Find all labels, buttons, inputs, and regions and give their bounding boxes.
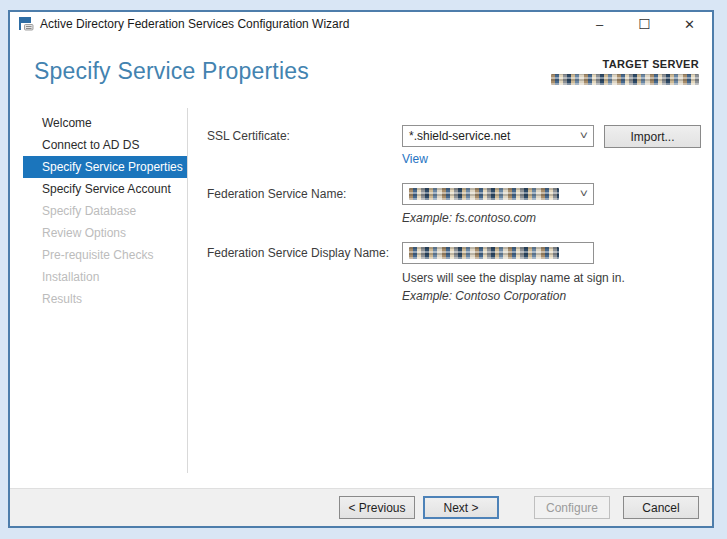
next-button[interactable]: Next >: [423, 496, 499, 519]
previous-button[interactable]: < Previous: [339, 496, 415, 519]
target-server-value-redacted: [551, 74, 699, 85]
target-server-block: TARGET SERVER: [551, 58, 699, 89]
view-certificate-link[interactable]: View: [402, 152, 428, 166]
federation-service-display-name-label: Federation Service Display Name:: [207, 242, 389, 264]
chevron-down-icon: ˅: [580, 131, 588, 141]
chevron-down-icon: ˅: [580, 189, 588, 199]
federation-service-name-label: Federation Service Name:: [207, 183, 346, 205]
federation-service-name-dropdown[interactable]: ˅: [402, 183, 594, 205]
step-review-options: Review Options: [23, 222, 187, 244]
window-controls: – ☐ ✕: [577, 12, 712, 36]
page-title: Specify Service Properties: [34, 58, 309, 85]
federation-service-display-name-input[interactable]: [402, 242, 594, 264]
federation-service-name-value-redacted: [409, 188, 559, 200]
federation-service-name-example: Example: fs.contoso.com: [402, 211, 536, 225]
configure-button: Configure: [534, 496, 610, 519]
step-pre-requisite-checks: Pre-requisite Checks: [23, 244, 187, 266]
wizard-footer: < Previous Next > Configure Cancel: [10, 488, 712, 526]
ssl-certificate-label: SSL Certificate:: [207, 125, 290, 147]
display-name-hint: Users will see the display name at sign …: [402, 271, 625, 285]
step-connect-to-ad-ds[interactable]: Connect to AD DS: [23, 134, 187, 156]
wizard-header: Specify Service Properties TARGET SERVER: [10, 36, 712, 108]
step-installation: Installation: [23, 266, 187, 288]
title-bar: Active Directory Federation Services Con…: [10, 12, 712, 36]
step-specify-service-account[interactable]: Specify Service Account: [23, 178, 187, 200]
wizard-step-list: Welcome Connect to AD DS Specify Service…: [23, 108, 187, 310]
target-server-label: TARGET SERVER: [551, 58, 699, 70]
step-specify-service-properties[interactable]: Specify Service Properties: [23, 156, 187, 178]
adfs-app-icon: [18, 16, 34, 32]
import-button[interactable]: Import...: [604, 125, 701, 148]
step-results: Results: [23, 288, 187, 310]
ssl-certificate-value: *.shield-service.net: [409, 129, 510, 143]
wizard-window: Active Directory Federation Services Con…: [8, 10, 714, 528]
window-title: Active Directory Federation Services Con…: [40, 17, 349, 31]
federation-service-display-name-value-redacted: [409, 247, 559, 259]
close-button[interactable]: ✕: [667, 12, 712, 36]
ssl-certificate-dropdown[interactable]: *.shield-service.net ˅: [402, 125, 594, 147]
step-specify-database: Specify Database: [23, 200, 187, 222]
maximize-button[interactable]: ☐: [622, 12, 667, 36]
cancel-button[interactable]: Cancel: [623, 496, 699, 519]
step-welcome[interactable]: Welcome: [23, 112, 187, 134]
display-name-example: Example: Contoso Corporation: [402, 289, 566, 303]
form-area: SSL Certificate: *.shield-service.net ˅ …: [187, 108, 712, 488]
minimize-button[interactable]: –: [577, 12, 622, 36]
